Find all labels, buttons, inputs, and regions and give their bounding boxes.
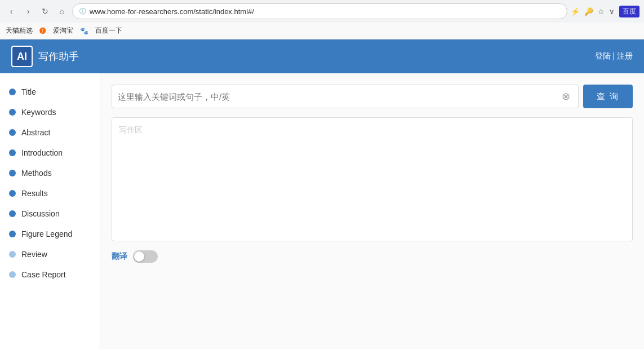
- bookmark-aitaobao[interactable]: 爱淘宝: [51, 25, 75, 37]
- writing-area[interactable]: 写作区: [112, 117, 633, 241]
- search-input-wrapper: ⊗: [112, 85, 579, 108]
- chevron-down-icon: ∨: [609, 7, 615, 16]
- search-clear-button[interactable]: ⊗: [559, 90, 572, 103]
- sidebar-item-label: Title: [21, 87, 36, 96]
- sidebar-dot: [9, 210, 16, 217]
- sidebar: TitleKeywordsAbstractIntroductionMethods…: [0, 73, 100, 349]
- taobao-icon: 🅣: [39, 27, 46, 35]
- sidebar-dot: [9, 170, 16, 176]
- sidebar-item-keywords[interactable]: Keywords: [0, 102, 100, 122]
- baidu-bookmark-icon: 🐾: [80, 27, 88, 35]
- home-button[interactable]: ⌂: [55, 5, 69, 18]
- main-content: ⊗ 查 询 写作区 翻译: [100, 73, 644, 349]
- sidebar-dot: [9, 89, 16, 95]
- bookmarks-bar: 天猫精选 🅣 爱淘宝 🐾 百度一下: [0, 23, 644, 39]
- browser-toolbar: ‹ › ↻ ⌂ ⓘ www.home-for-researchers.com/s…: [0, 0, 644, 23]
- translate-label: 翻译: [112, 251, 127, 262]
- sidebar-item-review[interactable]: Review: [0, 244, 100, 264]
- forward-button[interactable]: ›: [21, 5, 35, 18]
- browser-chrome: ‹ › ↻ ⌂ ⓘ www.home-for-researchers.com/s…: [0, 0, 644, 39]
- sidebar-item-label: Methods: [21, 169, 52, 178]
- translate-toggle[interactable]: [133, 250, 158, 263]
- logo-icon: AI: [11, 46, 33, 67]
- bookmark-timaojingxuan[interactable]: 天猫精选: [3, 25, 35, 37]
- key-icon: 🔑: [584, 7, 593, 16]
- sidebar-item-discussion[interactable]: Discussion: [0, 204, 100, 224]
- sidebar-dot: [9, 129, 16, 136]
- star-icon: ☆: [598, 7, 605, 16]
- sidebar-dot: [9, 109, 16, 116]
- sidebar-item-title[interactable]: Title: [0, 82, 100, 102]
- sidebar-item-methods[interactable]: Methods: [0, 163, 100, 183]
- sidebar-dot: [9, 271, 16, 278]
- auth-text[interactable]: 登陆 | 注册: [595, 51, 633, 60]
- sidebar-item-label: Keywords: [21, 108, 56, 117]
- sidebar-item-results[interactable]: Results: [0, 183, 100, 204]
- back-button[interactable]: ‹: [5, 5, 18, 18]
- sidebar-item-label: Discussion: [21, 209, 60, 218]
- lightning-icon: ⚡: [571, 7, 580, 16]
- sidebar-item-abstract[interactable]: Abstract: [0, 122, 100, 143]
- app-name: 写作助手: [38, 50, 79, 63]
- sidebar-item-label: Introduction: [21, 148, 63, 157]
- sidebar-dot: [9, 251, 16, 258]
- sidebar-item-case-report[interactable]: Case Report: [0, 264, 100, 285]
- search-button[interactable]: 查 询: [583, 85, 633, 108]
- toggle-knob: [134, 251, 144, 262]
- baidu-logo[interactable]: 百度: [619, 6, 639, 17]
- sidebar-item-label: Case Report: [21, 270, 66, 279]
- browser-right-icons: ⚡ 🔑 ☆ ∨ 百度: [571, 6, 639, 17]
- search-input[interactable]: [118, 92, 559, 101]
- address-bar[interactable]: ⓘ www.home-for-researchers.com/static/in…: [72, 3, 567, 19]
- app-body: TitleKeywordsAbstractIntroductionMethods…: [0, 73, 644, 349]
- info-icon: ⓘ: [79, 7, 86, 16]
- auth-links[interactable]: 登陆 | 注册: [595, 51, 633, 61]
- sidebar-item-introduction[interactable]: Introduction: [0, 143, 100, 163]
- sidebar-dot: [9, 149, 16, 156]
- sidebar-item-label: Figure Legend: [21, 229, 72, 238]
- refresh-button[interactable]: ↻: [38, 5, 52, 18]
- sidebar-item-figure-legend[interactable]: Figure Legend: [0, 224, 100, 244]
- bookmark-baiduyixia[interactable]: 百度一下: [93, 25, 125, 37]
- app-logo: AI 写作助手: [11, 46, 79, 67]
- translate-row: 翻译: [112, 250, 633, 263]
- sidebar-item-label: Abstract: [21, 128, 50, 137]
- search-bar: ⊗ 查 询: [112, 85, 633, 108]
- sidebar-item-label: Results: [21, 189, 48, 198]
- sidebar-dot: [9, 231, 16, 237]
- sidebar-item-label: Review: [21, 250, 47, 259]
- url-text: www.home-for-researchers.com/static/inde…: [90, 7, 560, 16]
- writing-placeholder: 写作区: [119, 125, 143, 134]
- app-header: AI 写作助手 登陆 | 注册: [0, 39, 644, 73]
- sidebar-dot: [9, 190, 16, 197]
